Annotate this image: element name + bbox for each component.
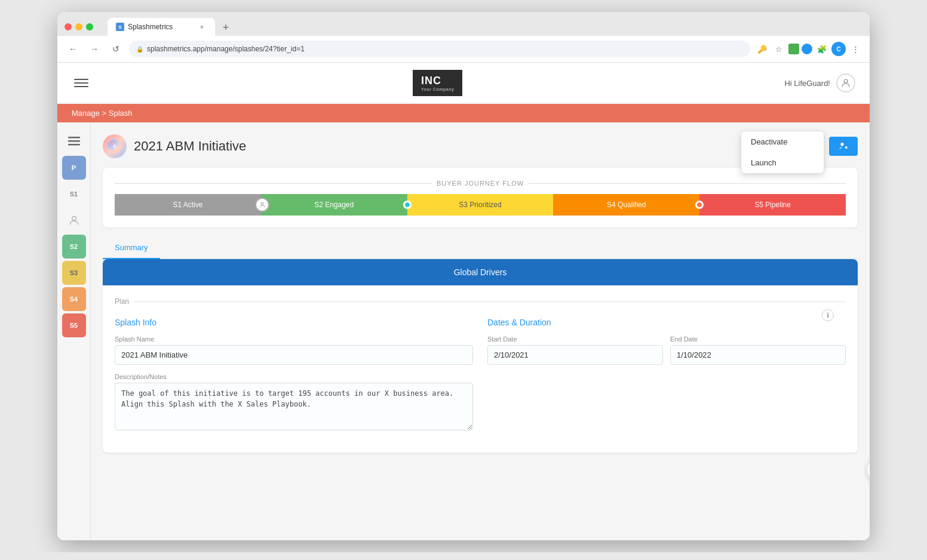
launch-menu-item[interactable]: Launch <box>741 152 824 173</box>
browser-nav-bar: ← → ↺ 🔒 splashmetrics.app/manage/splashe… <box>57 36 870 63</box>
svg-rect-3 <box>68 144 80 146</box>
description-label: Description/Notes <box>115 373 473 380</box>
hamburger-button[interactable] <box>72 73 91 93</box>
start-date-input[interactable] <box>487 345 663 365</box>
bookmark-icon[interactable]: ☆ <box>772 42 786 56</box>
browser-window: S Splashmetrics × + ← → ↺ 🔒 splashmetric… <box>57 12 870 540</box>
browser-titlebar: S Splashmetrics × + <box>57 12 870 36</box>
campaign-icon <box>103 134 127 158</box>
sidebar: P S1 S2 S3 S4 <box>57 122 91 540</box>
puzzle-icon[interactable]: 🧩 <box>815 42 829 56</box>
svg-rect-2 <box>68 140 80 142</box>
breadcrumb: Manage > Splash <box>57 104 870 122</box>
info-icon[interactable]: ℹ <box>822 309 834 321</box>
close-window-button[interactable] <box>65 23 72 30</box>
new-tab-button[interactable]: + <box>217 19 234 36</box>
header-right: Hi LifeGuard! <box>784 73 855 93</box>
svg-point-8 <box>840 143 843 146</box>
sidebar-item-s2[interactable]: S2 <box>62 235 86 259</box>
active-browser-tab[interactable]: S Splashmetrics × <box>108 18 215 36</box>
tabs-container: Summary <box>103 237 858 259</box>
dropdown-menu: Deactivate Launch <box>741 131 824 174</box>
journey-title-label: BUYER JOURNEY FLOW <box>115 180 846 187</box>
main-layout: P S1 S2 S3 S4 <box>57 122 870 540</box>
start-date-label: Start Date <box>487 336 663 343</box>
user-avatar-nav[interactable]: C <box>831 42 846 56</box>
deactivate-menu-item[interactable]: Deactivate <box>741 131 824 152</box>
extension-1-icon[interactable] <box>788 44 799 54</box>
svg-point-6 <box>113 144 117 149</box>
global-drivers-header: Global Drivers <box>103 259 858 285</box>
svg-point-0 <box>844 79 848 83</box>
svg-point-9 <box>845 146 848 149</box>
lock-icon: 🔒 <box>136 46 143 53</box>
sidebar-item-s5[interactable]: S5 <box>62 313 86 337</box>
global-drivers-card: Global Drivers ℹ Plan <box>103 259 858 453</box>
app-header: INC Your Company Hi LifeGuard! <box>57 63 870 104</box>
plan-label: Plan <box>115 297 129 306</box>
end-date-input[interactable] <box>670 345 846 365</box>
hamburger-line-1 <box>74 79 88 80</box>
form-row: Splash Info Splash Name Description/Note… <box>115 318 846 441</box>
plan-divider <box>134 301 846 302</box>
tab-close-button[interactable]: × <box>197 22 207 32</box>
end-date-group: End Date <box>670 336 846 365</box>
forward-button[interactable]: → <box>86 41 103 57</box>
browser-controls: S Splashmetrics × + <box>65 18 862 36</box>
url-text: splashmetrics.app/manage/splashes/24?tie… <box>147 45 305 53</box>
svg-point-4 <box>72 216 76 220</box>
sidebar-item-s1[interactable]: S1 <box>62 182 86 206</box>
dates-row: Start Date End Date <box>487 336 846 373</box>
tab-favicon-icon: S <box>116 23 124 31</box>
stage-s4-dot <box>695 201 704 209</box>
sidebar-item-s4[interactable]: S4 <box>62 287 86 311</box>
sidebar-collapse-button[interactable] <box>62 130 86 153</box>
global-drivers-body-inner: ℹ Plan Splash Info <box>115 297 846 441</box>
tab-summary[interactable]: Summary <box>103 237 160 259</box>
splash-name-group: Splash Name <box>115 336 473 365</box>
stage-s2-dot <box>403 201 412 209</box>
greeting-text: Hi LifeGuard! <box>784 79 830 88</box>
app-logo: INC Your Company <box>413 70 462 96</box>
header-actions: Deactivate Launch <box>824 137 858 156</box>
svg-rect-1 <box>68 137 80 139</box>
user-avatar-app[interactable] <box>836 73 855 93</box>
sidebar-item-s3[interactable]: S3 <box>62 261 86 285</box>
more-options-icon[interactable]: ⋮ <box>848 42 862 56</box>
stage-s5: S5 Pipeline <box>699 194 846 216</box>
sidebar-item-person[interactable] <box>62 208 86 232</box>
campaign-title: 2021 ABM Initiative <box>134 139 246 154</box>
stage-s2: S2 Engaged <box>261 194 407 216</box>
dates-title: Dates & Duration <box>487 318 846 327</box>
sidebar-item-p[interactable]: P <box>62 156 86 180</box>
splash-info-title: Splash Info <box>115 318 473 327</box>
back-button[interactable]: ← <box>65 41 81 57</box>
tab-title-label: Splashmetrics <box>128 23 173 31</box>
description-textarea[interactable]: The goal of this initiative is to target… <box>115 383 473 430</box>
extension-2-icon[interactable] <box>802 44 812 54</box>
svg-point-10 <box>261 202 263 205</box>
address-bar[interactable]: 🔒 splashmetrics.app/manage/splashes/24?t… <box>129 41 750 57</box>
splash-name-label: Splash Name <box>115 336 473 343</box>
fullscreen-window-button[interactable] <box>86 23 93 30</box>
description-group: Description/Notes The goal of this initi… <box>115 373 473 432</box>
app-content: INC Your Company Hi LifeGuard! Manage > … <box>57 63 870 540</box>
reload-button[interactable]: ↺ <box>108 41 124 57</box>
start-date-group: Start Date <box>487 336 663 365</box>
global-drivers-body: ℹ Plan Splash Info <box>103 285 858 453</box>
key-icon[interactable]: 🔑 <box>755 42 769 56</box>
stage-s3: S3 Prioritized <box>407 194 554 216</box>
dates-section: Dates & Duration Start Date End Date <box>487 318 846 441</box>
traffic-lights <box>65 23 93 30</box>
minimize-window-button[interactable] <box>75 23 82 30</box>
journey-card: BUYER JOURNEY FLOW S1 Active <box>103 168 858 227</box>
action-primary-button[interactable] <box>829 137 858 156</box>
stage-s1-person-icon <box>255 198 269 212</box>
campaign-header: 2021 ABM Initiative Deactivate Launch <box>103 134 858 158</box>
hamburger-line-2 <box>74 82 88 84</box>
splash-name-input[interactable] <box>115 345 473 365</box>
end-date-label: End Date <box>670 336 846 343</box>
checkmark-button[interactable]: ✓ <box>867 457 870 483</box>
hamburger-line-3 <box>74 86 88 87</box>
splash-info-section: Splash Info Splash Name Description/Note… <box>115 318 473 441</box>
